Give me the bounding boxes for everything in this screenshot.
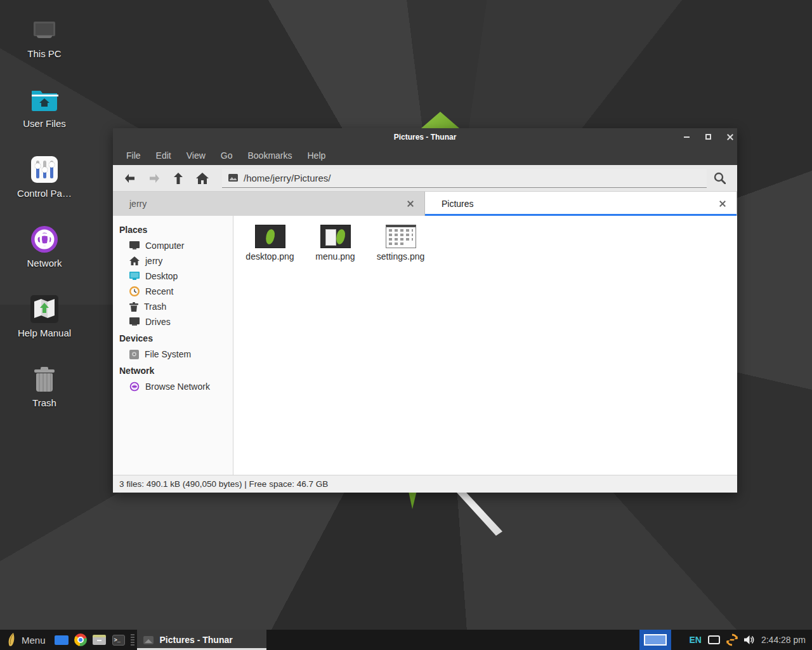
taskbar-window-button[interactable]: Pictures - Thunar (137, 630, 266, 650)
title-bar[interactable]: Pictures - Thunar (113, 128, 737, 145)
terminal-icon: >_ (112, 635, 125, 646)
minimize-button[interactable] (683, 133, 690, 141)
file-desktop-png[interactable]: desktop.png (237, 225, 303, 262)
sidebar-item-label: Recent (145, 286, 173, 296)
path-entry[interactable]: /home/jerry/Pictures/ (222, 169, 707, 188)
volume-tray-icon[interactable] (743, 635, 755, 645)
sidebar-item-trash[interactable]: Trash (113, 299, 233, 314)
file-name: menu.png (303, 251, 368, 262)
workspace-thumbnail (644, 634, 667, 646)
file-list[interactable]: desktop.png menu.png settings.png (233, 216, 737, 475)
sidebar-item-desktop[interactable]: Desktop (113, 269, 233, 284)
tab-jerry[interactable]: jerry (113, 192, 425, 216)
search-button[interactable] (707, 168, 732, 189)
update-manager-tray-icon[interactable] (726, 633, 738, 646)
desktop-icon-help-manual[interactable]: Help Manual (5, 295, 84, 338)
settings-png-thumbnail (386, 225, 416, 248)
file-manager-icon (93, 635, 106, 645)
keyboard-layout-indicator[interactable]: EN (689, 635, 701, 645)
panel-grip-handle[interactable] (131, 634, 134, 646)
desktop-icon-label: User Files (5, 118, 84, 129)
clock[interactable]: 2:44:28 pm (761, 635, 812, 645)
tab-pictures[interactable]: Pictures (425, 192, 737, 216)
file-menu-png[interactable]: menu.png (303, 225, 368, 262)
menu-label: Menu (22, 635, 46, 646)
show-desktop-button[interactable] (52, 630, 71, 650)
sidebar-item-label: jerry (145, 256, 162, 266)
desktop-icon (129, 272, 140, 281)
trash-icon (129, 302, 138, 312)
up-button[interactable] (166, 168, 190, 189)
sidebar-item-drives[interactable]: Drives (113, 314, 233, 329)
home-button[interactable] (190, 168, 214, 189)
file-name: desktop.png (237, 251, 303, 262)
maximize-button[interactable] (704, 133, 712, 141)
back-arrow-icon (124, 173, 136, 183)
status-bar: 3 files: 490.1 kB (490,050 bytes) | Free… (113, 475, 737, 493)
sidebar-item-jerry[interactable]: jerry (113, 253, 233, 269)
display-tray-icon[interactable] (708, 635, 720, 644)
sidebar-item-label: Desktop (145, 271, 178, 281)
toolbar: /home/jerry/Pictures/ (113, 165, 737, 192)
forward-button[interactable] (142, 168, 166, 189)
thunar-window: Pictures - Thunar File Edit View Go Book… (113, 128, 737, 493)
terminal-launcher[interactable]: >_ (109, 630, 128, 650)
desktop-icon-label: Control Pa… (5, 188, 84, 199)
forward-arrow-icon (148, 173, 160, 183)
sidebar-item-label: Drives (145, 317, 171, 327)
image-file-icon (228, 174, 238, 182)
chrome-launcher[interactable] (71, 630, 90, 650)
home-folder-icon (30, 85, 59, 114)
menu-button[interactable]: Menu (0, 630, 52, 650)
sidebar: Places Computer jerry Desktop Recent Tra… (113, 216, 233, 475)
sidebar-item-label: Computer (145, 241, 184, 251)
file-settings-png[interactable]: settings.png (368, 225, 433, 262)
menu-edit[interactable]: Edit (149, 148, 178, 163)
close-icon (726, 133, 733, 140)
show-desktop-icon (55, 635, 69, 645)
wallpaper-feather-quill (457, 493, 502, 536)
desktop-icon-network[interactable]: Network (5, 225, 84, 269)
home-icon (129, 256, 140, 265)
desktop-icon-label: Help Manual (5, 328, 84, 338)
file-manager-launcher[interactable] (90, 630, 109, 650)
browse-network-icon (129, 381, 140, 392)
menu-help[interactable]: Help (301, 148, 333, 163)
desktop-icon-label: This PC (5, 48, 84, 59)
close-button[interactable] (726, 133, 733, 141)
sidebar-header-network: Network (113, 362, 233, 379)
menu-bookmarks[interactable]: Bookmarks (240, 148, 299, 163)
network-globe-icon (30, 225, 59, 254)
sidebar-header-places: Places (113, 221, 233, 238)
task-button-label: Pictures - Thunar (160, 635, 233, 645)
menu-view[interactable]: View (180, 148, 213, 163)
sidebar-item-computer[interactable]: Computer (113, 238, 233, 253)
search-icon (714, 172, 726, 184)
computer-icon (129, 241, 140, 250)
desktop-icon-trash[interactable]: Trash (5, 364, 84, 408)
desktop-icon-user-files[interactable]: User Files (5, 85, 84, 129)
sidebar-item-file-system[interactable]: File System (113, 347, 233, 362)
sidebar-item-recent[interactable]: Recent (113, 284, 233, 299)
maximize-icon (705, 134, 711, 140)
menu-file[interactable]: File (119, 148, 148, 163)
recent-clock-icon (129, 286, 140, 296)
sidebar-header-devices: Devices (113, 329, 233, 347)
tab-close-icon[interactable] (407, 200, 414, 208)
menu-go[interactable]: Go (214, 148, 240, 163)
minimize-icon (684, 136, 690, 138)
file-name: settings.png (368, 251, 433, 262)
workspace-switcher[interactable] (639, 630, 671, 650)
sidebar-item-browse-network[interactable]: Browse Network (113, 379, 233, 394)
path-text: /home/jerry/Pictures/ (244, 173, 331, 183)
sidebar-item-label: File System (145, 349, 191, 359)
desktop-icon-this-pc[interactable]: This PC (5, 15, 84, 59)
help-manual-icon (30, 295, 59, 324)
menu-png-thumbnail (320, 225, 351, 248)
tab-close-icon[interactable] (719, 200, 726, 208)
desktop-png-thumbnail (255, 225, 285, 248)
back-button[interactable] (118, 168, 142, 189)
sidebar-item-label: Browse Network (145, 381, 210, 392)
home-icon (196, 173, 209, 184)
desktop-icon-control-panel[interactable]: Control Pa… (5, 155, 84, 199)
